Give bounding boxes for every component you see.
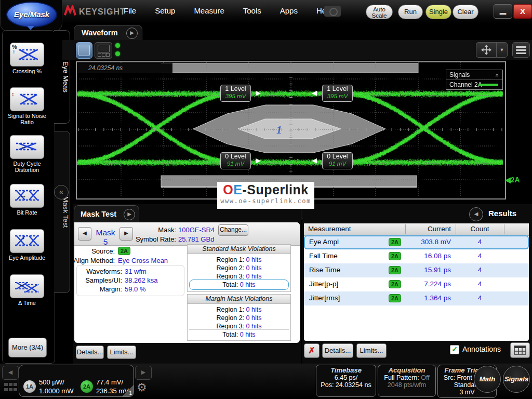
results-limits-button[interactable]: Limits... [356,343,387,358]
annotations-checkbox[interactable]: ✓ [450,345,459,354]
one-level-label-left[interactable]: 1 Level395 mV [220,85,251,102]
sidebar-item-dcd[interactable]: ↔ Duty Cycle Distortion [2,135,52,173]
arrow-right-icon: ▶ [141,369,145,375]
camera-icon[interactable] [324,6,341,17]
signals-summary-panel[interactable]: 1A 500 µW/ 1.0000 mW 2A 77.4 mV/ 236.35 … [19,365,134,397]
table-row[interactable]: Jitter[p-p]2A 7.224 ps4 [304,277,529,291]
results-collapse-button[interactable]: ◀ [469,207,483,221]
tab-waveform[interactable]: Waveform ▶ [74,25,142,41]
mask-limits-button[interactable]: Limits... [107,345,136,359]
math-button[interactable]: ▲ Math [474,366,501,393]
app-logo[interactable]: Eye/Mask [6,2,57,28]
timebase-scale: 6.45 ps/ [316,374,376,381]
change-mask-button[interactable]: Change... [218,224,248,236]
results-table: Measurement Current Count Eye Ampl2A 303… [304,223,529,341]
mask-overlay: 1 [77,62,503,196]
single-view-button[interactable] [76,42,92,59]
grid-view-icon[interactable] [4,383,18,392]
channel-1a-scale: 500 µW/ [39,378,73,387]
margin-label: Margin: [74,285,122,293]
one-level-label-right[interactable]: 1 Level395 mV [322,85,353,102]
delta-time-icon: ↔ [10,274,44,298]
standard-total-row[interactable]: Total: 0 hits [189,280,289,290]
results-details-button[interactable]: Details... [322,343,353,358]
run-button[interactable]: Run [398,5,423,19]
brand-text: KEYSIGHT [79,7,126,17]
tab-mask-test-side[interactable]: Mask Test [54,131,70,293]
clear-button[interactable]: Clear [453,5,478,19]
acquisition-title: Acquisition [378,366,435,374]
mask-top-band [161,63,418,73]
display-menu-button[interactable] [512,42,530,58]
sidebar-collapse-button[interactable]: « [54,185,69,200]
mask-label: Mask: [141,226,176,234]
mask-test-tab-menu-button[interactable]: ▶ [124,209,135,220]
minimize-icon: ▁ [500,5,506,14]
results-grid-button[interactable] [510,342,530,358]
eye-diagram-plot[interactable]: 1 24.03254 ns 1 Level395 mV 1 Level395 m… [76,61,506,200]
menu-tools[interactable]: Tools [240,5,264,17]
single-button[interactable]: Single [425,5,451,19]
menu-measure[interactable]: Measure [191,5,227,17]
sidebar-item-bit-rate[interactable]: ↔ Bit Rate [2,184,52,216]
pan-dropdown-button[interactable]: ▼ [496,42,508,58]
delete-measurement-button[interactable]: ✗ [304,343,320,358]
col-current[interactable]: Current [405,225,451,233]
scroll-left-button[interactable]: ◀ [2,366,19,380]
chevron-up-icon: ▲ [513,366,517,392]
signals-button[interactable]: ▲ Signals [503,366,530,393]
region-label: Region 3: [217,273,245,280]
more-measurements-button[interactable]: More (3/4) [8,338,47,357]
arrow-left-icon: ◀ [8,369,12,375]
signals-legend[interactable]: Signals « Channel 2A [446,70,503,90]
acquisition-points: 2048 pts/wfm [378,381,435,389]
table-row[interactable]: Fall Time2A 16.08 ps4 [304,249,529,263]
auto-scale-button[interactable]: AutoScale [366,5,393,19]
sidebar-item-delta-time[interactable]: ↔ Δ Time [2,274,52,306]
table-row[interactable]: Jitter[rms]2A 1.364 ps4 [304,291,529,305]
gear-icon[interactable]: ⚙ [137,381,147,394]
mask-test-header: ◄ Mask 5 ► Mask: 100GE-SR4 Change... Sym… [74,222,300,246]
col-count[interactable]: Count [456,225,504,233]
close-icon: X [520,7,525,16]
close-button[interactable]: X [513,4,532,19]
timebase-panel[interactable]: Timebase 6.45 ps/ Pos: 24.03254 ns [316,365,376,397]
tab-mask-test[interactable]: Mask Test ▶ [74,205,139,223]
prev-mask-button[interactable]: ◄ [78,227,91,241]
channel-2a-badge[interactable]: 2A [81,380,93,393]
scroll-right-button[interactable]: ▶ [135,366,152,380]
menu-apps[interactable]: Apps [277,5,301,17]
zero-level-label-left[interactable]: 0 Level91 mV [220,152,251,169]
samples-label: Samples/UI: [74,276,122,284]
region-label: Region 2: [217,264,245,272]
table-row[interactable]: Rise Time2A 15.91 ps4 [304,263,529,277]
acquisition-panel[interactable]: Acquisition Full Pattern: Off 2048 pts/w… [378,365,436,397]
chevron-up-icon[interactable]: « [494,74,501,77]
hamburger-icon [516,46,526,48]
pan-zoom-button[interactable] [476,42,497,58]
col-measurement[interactable]: Measurement [308,225,351,233]
mask-details-button[interactable]: Details... [76,345,104,359]
crossing-icon: %↑ [10,43,44,66]
channel-1a-badge[interactable]: 1A [23,380,36,393]
table-row[interactable]: Eye Ampl2A 303.8 mV4 [304,235,529,249]
zero-level-label-right[interactable]: 0 Level91 mV [322,152,353,169]
region-label: Region 2: [217,314,245,322]
sidebar-item-snr[interactable]: ↕ Signal to Noise Ratio [2,87,52,125]
minimize-button[interactable]: ▁ [494,4,512,19]
keysight-spark-icon [63,5,77,19]
sidebar-item-label: Eye Amplitude [2,255,52,261]
menu-file[interactable]: File [121,5,139,17]
sidebar-item-label: Duty Cycle Distortion [2,161,52,173]
waveform-tab-menu-button[interactable]: ▶ [126,28,138,39]
menu-setup[interactable]: Setup [152,5,178,17]
bit-rate-icon: ↔ [10,184,44,208]
channel-2a-marker[interactable]: ◀2A [505,176,520,184]
sidebar-item-eye-amplitude[interactable]: ↕ Eye Amplitude [2,229,52,261]
mask-number-label: Mask 5 [94,228,117,247]
sidebar-item-label: Signal to Noise Ratio [2,113,52,125]
legend-channel-swatch [478,84,498,86]
sidebar-item-crossing[interactable]: %↑ Crossing % [2,43,52,74]
region-label: Region 1: [217,306,245,313]
quad-view-button[interactable] [95,42,112,59]
